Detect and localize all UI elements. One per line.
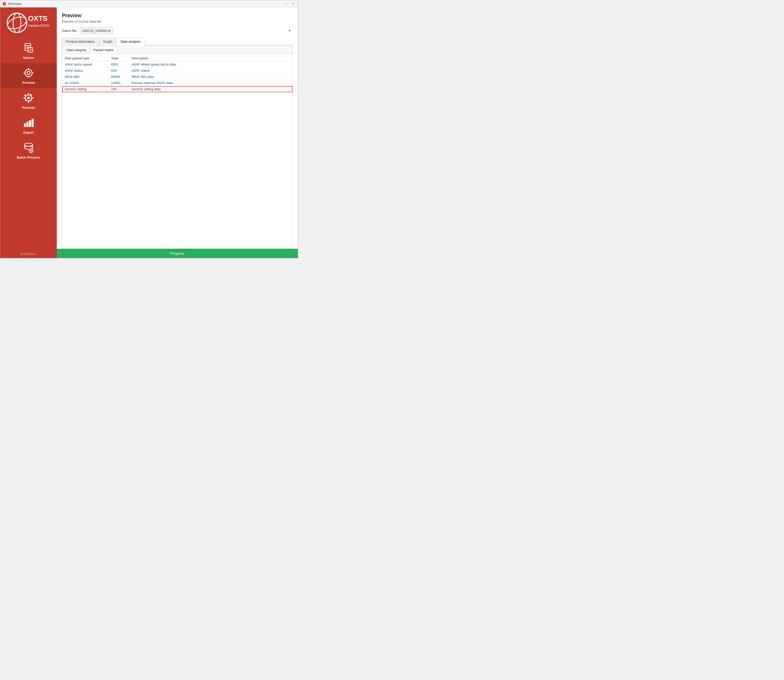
app-window: O NAVsolve ─ ✕ OXTS Inertial+GNSS — [0, 0, 298, 258]
page-title: Preview — [62, 13, 293, 19]
cell-total: 659 — [109, 68, 129, 74]
export-icon — [22, 116, 35, 129]
sidebar-item-batch-process-label: Batch Process — [17, 156, 40, 159]
col-header-description: Description — [129, 55, 293, 61]
cell-description: xNAV status — [129, 68, 293, 74]
title-bar-controls: ─ ✕ — [283, 2, 296, 6]
main-content: Preview Preview of source data file Sele… — [57, 8, 298, 258]
oxts-logo: OXTS Inertial+GNSS — [5, 13, 52, 33]
sidebar-item-preview-label: Preview — [22, 81, 35, 85]
svg-point-2 — [7, 13, 27, 33]
sidebar-item-process[interactable]: Process — [0, 88, 57, 113]
batch-process-icon — [22, 142, 35, 154]
svg-rect-31 — [27, 122, 28, 127]
nav-items: Source Preview — [0, 38, 57, 250]
title-bar-title: NAVsolve — [8, 2, 21, 6]
svg-rect-22 — [28, 93, 29, 95]
table-row[interactable]: IMU6 IMU 65904 IMU6 IMU data — [62, 74, 293, 80]
cell-type: IMU6 IMU — [62, 74, 109, 80]
content-area: Preview Preview of source data file Sele… — [57, 8, 298, 249]
cell-type: Generic aiding — [62, 86, 109, 92]
cell-description: Generic aiding data — [129, 86, 293, 92]
svg-rect-32 — [29, 120, 31, 127]
tab-graph[interactable]: Graph — [99, 38, 116, 46]
app-icon: O — [2, 2, 6, 6]
svg-text:OXTS: OXTS — [28, 14, 47, 22]
svg-rect-43 — [32, 151, 33, 151]
table-row[interactable]: Generic aiding 100 Generic aiding data — [62, 86, 293, 92]
inner-panel: Data integrity Packet matrix Raw packet … — [62, 46, 293, 249]
cell-description: xNAV wheel speed tacho data — [129, 61, 293, 68]
cell-type: xNAV status — [62, 68, 109, 74]
cell-description: IMU6 IMU data — [129, 74, 293, 80]
svg-text:O: O — [3, 3, 5, 5]
logo-area: OXTS Inertial+GNSS — [0, 10, 57, 38]
sidebar-item-preview[interactable]: Preview — [0, 63, 57, 88]
sidebar-item-process-label: Process — [22, 105, 35, 110]
cell-type: xNAV tacho speed — [62, 61, 109, 68]
tab-packet-matrix[interactable]: Packet matrix — [90, 47, 117, 54]
title-bar: O NAVsolve ─ ✕ — [0, 0, 298, 8]
packet-table: Raw packet type Total Description xNAV t… — [62, 55, 293, 92]
svg-rect-23 — [28, 101, 29, 103]
tab-product-information[interactable]: Product information — [62, 38, 99, 46]
process-icon — [22, 92, 35, 104]
title-bar-left: O NAVsolve — [2, 2, 21, 6]
progress-bar-label: Progress — [170, 251, 184, 255]
cell-total: 65904 — [109, 74, 129, 80]
table-header-row: Raw packet type Total Description — [62, 55, 293, 61]
sidebar-item-source-label: Source — [23, 56, 34, 60]
file-selector-wrapper: 240119_145649.rd — [80, 27, 293, 34]
svg-point-4 — [13, 13, 21, 33]
svg-rect-25 — [31, 98, 34, 98]
packet-table-container: Raw packet type Total Description xNAV t… — [62, 54, 293, 249]
tab-data-analysis[interactable]: Data analysis — [116, 38, 145, 46]
progress-bar: Progress — [57, 249, 298, 258]
svg-rect-40 — [31, 149, 31, 150]
sidebar-item-batch-process[interactable]: Batch Process — [0, 138, 57, 163]
col-header-type: Raw packet type — [62, 55, 109, 61]
svg-rect-11 — [28, 47, 33, 52]
svg-point-15 — [27, 71, 30, 74]
tab-data-integrity[interactable]: Data integrity — [63, 47, 90, 54]
close-button[interactable]: ✕ — [290, 2, 296, 6]
cell-total: 6591 — [109, 61, 129, 68]
page-subtitle: Preview of source data file — [62, 19, 293, 24]
cell-total: 14950 — [109, 80, 129, 86]
table-row[interactable]: xNAV status 659 xNAV status — [62, 68, 293, 74]
file-selector-dropdown[interactable]: 240119_145649.rd — [80, 27, 113, 34]
preview-icon — [22, 67, 35, 79]
sidebar-item-export[interactable]: Export — [0, 113, 57, 138]
sidebar-version: 211209.14cz — [18, 250, 39, 258]
svg-text:Inertial+GNSS: Inertial+GNSS — [28, 24, 50, 27]
file-selector-label: Select file: — [62, 29, 77, 33]
tabs-outer: Product information Graph Data analysis — [62, 38, 293, 46]
cell-total: 100 — [109, 86, 129, 92]
svg-point-21 — [27, 97, 30, 99]
svg-rect-42 — [29, 151, 30, 151]
table-row[interactable]: Int GNSS 14950 Primary internal GNSS dat… — [62, 80, 293, 86]
sidebar-item-export-label: Export — [23, 131, 34, 134]
col-header-total: Total — [109, 55, 129, 61]
svg-point-34 — [24, 143, 33, 146]
minimize-button[interactable]: ─ — [283, 2, 289, 6]
svg-rect-30 — [24, 123, 26, 127]
svg-rect-24 — [24, 98, 25, 98]
svg-point-14 — [25, 69, 32, 77]
svg-rect-41 — [31, 152, 31, 153]
file-selector-row: Select file: 240119_145649.rd — [62, 27, 293, 34]
table-row[interactable]: xNAV tacho speed 6591 xNAV wheel speed t… — [62, 61, 293, 68]
cell-type: Int GNSS — [62, 80, 109, 86]
source-icon — [22, 42, 35, 54]
sidebar-item-source[interactable]: Source — [0, 38, 57, 63]
cell-description: Primary internal GNSS data — [129, 80, 293, 86]
main-layout: OXTS Inertial+GNSS — [0, 8, 298, 258]
tabs-inner: Data integrity Packet matrix — [62, 46, 293, 54]
sidebar: OXTS Inertial+GNSS — [0, 8, 57, 258]
